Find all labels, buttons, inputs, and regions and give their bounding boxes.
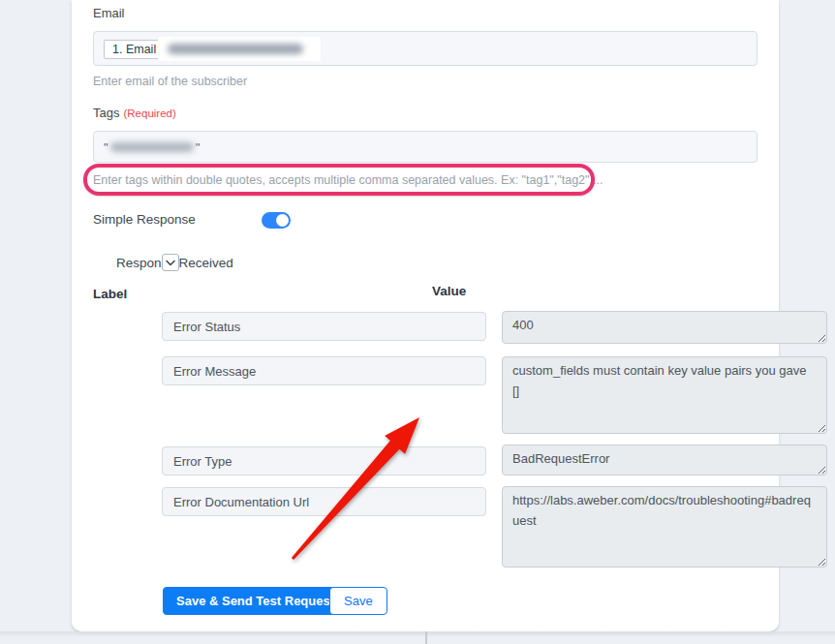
response-received-collapse-control[interactable]	[162, 254, 179, 271]
tags-field-label: Tags(Required)	[93, 106, 176, 120]
redaction-blur	[168, 44, 303, 54]
form-card: Email 1. Email Enter email of the subscr…	[72, 0, 779, 631]
background-vertical-divider	[425, 631, 427, 644]
email-mapped-token[interactable]: 1. Email	[104, 40, 165, 59]
required-badge: (Required)	[123, 107, 175, 119]
email-field-label: Email	[93, 6, 125, 20]
redacted-tag-value	[110, 142, 194, 152]
chevron-down-icon	[166, 260, 175, 266]
row-label-error-message[interactable]	[162, 356, 486, 385]
email-helper-text: Enter email of the subscriber	[93, 75, 247, 88]
row-label-error-type[interactable]	[162, 446, 486, 475]
tags-quote-close: "	[196, 140, 201, 155]
tags-label-text: Tags	[93, 106, 119, 120]
tags-value: " "	[104, 138, 200, 157]
save-and-send-test-request-button[interactable]: Save & Send Test Request	[163, 587, 348, 615]
value-column-header: Value	[432, 284, 466, 298]
card-bottom-shadow	[0, 631, 835, 637]
tags-quote-open: "	[104, 140, 108, 155]
row-value-error-status[interactable]: 400	[502, 311, 827, 344]
page: Email 1. Email Enter email of the subscr…	[0, 0, 835, 644]
email-input[interactable]: 1. Email	[93, 31, 758, 66]
row-label-error-doc-url[interactable]	[162, 487, 486, 516]
tags-input[interactable]: " "	[93, 131, 758, 163]
row-value-error-type[interactable]: BadRequestError	[502, 445, 827, 475]
simple-response-toggle[interactable]	[262, 212, 291, 229]
row-value-error-message[interactable]: custom_fields must contain key value pai…	[502, 356, 827, 434]
row-label-error-status[interactable]	[162, 312, 486, 341]
redacted-email-value	[158, 37, 321, 61]
highlight-annotation-ring	[83, 164, 595, 196]
row-value-error-doc-url[interactable]: https://labs.aweber.com/docs/troubleshoo…	[502, 486, 827, 567]
simple-response-label: Simple Response	[93, 212, 196, 227]
save-button[interactable]: Save	[329, 587, 387, 615]
label-column-header: Label	[93, 287, 127, 301]
toggle-knob	[276, 214, 289, 227]
